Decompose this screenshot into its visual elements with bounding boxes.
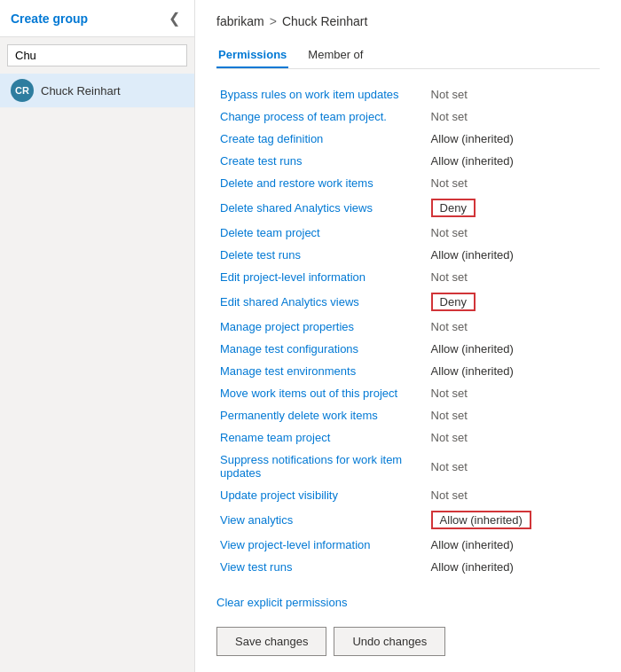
table-row: Suppress notifications for work item upd…: [216, 449, 600, 484]
deny-badge: Deny: [431, 199, 476, 217]
table-row: Manage test configurations Allow (inheri…: [216, 338, 600, 360]
permission-value: Not set: [428, 316, 600, 338]
perm-value-text: Not set: [431, 460, 468, 473]
perm-value-text: Not set: [431, 270, 468, 284]
table-row: Manage project properties Not set: [216, 316, 600, 338]
collapse-icon: ❮: [169, 11, 180, 26]
search-input[interactable]: [7, 44, 187, 66]
perm-value-text: Not set: [431, 88, 468, 101]
table-row: Change process of team project. Not set: [216, 105, 600, 128]
permission-value: Not set: [428, 83, 600, 105]
undo-changes-button[interactable]: Undo changes: [334, 627, 445, 656]
permissions-table: Bypass rules on work item updates Not se…: [216, 83, 600, 578]
permission-name[interactable]: Delete and restore work items: [216, 172, 428, 194]
permission-name[interactable]: View test runs: [216, 556, 428, 578]
perm-value-text: Not set: [431, 320, 468, 333]
perm-value-text: Not set: [431, 110, 468, 123]
user-name-label: Chuck Reinhart: [41, 84, 121, 98]
main-content: fabrikam > Chuck Reinhart PermissionsMem…: [195, 0, 621, 672]
permission-name[interactable]: Move work items out of this project: [216, 382, 428, 404]
breadcrumb-user: Chuck Reinhart: [282, 14, 368, 28]
sidebar-search-area: [0, 37, 194, 74]
sidebar-header: Create group ❮: [0, 0, 194, 37]
perm-value-text: Not set: [431, 488, 468, 502]
permission-name[interactable]: Update project visibility: [216, 484, 428, 506]
perm-value-text: Not set: [431, 409, 468, 422]
clear-permissions-link[interactable]: Clear explicit permissions: [216, 596, 347, 609]
permission-value: Not set: [428, 426, 600, 449]
tabs-bar: PermissionsMember of: [216, 43, 600, 69]
tab-member-of[interactable]: Member of: [306, 43, 365, 68]
perm-value-text: Not set: [431, 226, 468, 239]
table-row: Manage test environments Allow (inherite…: [216, 360, 600, 382]
permission-name[interactable]: Bypass rules on work item updates: [216, 83, 428, 105]
sidebar: Create group ❮ CR Chuck Reinhart: [0, 0, 195, 672]
sidebar-collapse-button[interactable]: ❮: [165, 8, 184, 28]
permission-value: Not set: [428, 172, 600, 194]
create-group-title: Create group: [11, 12, 88, 26]
permission-value: Allow (inherited): [428, 360, 600, 382]
perm-value-text: Allow (inherited): [431, 364, 514, 378]
permission-name[interactable]: View project-level information: [216, 534, 428, 556]
table-row: Bypass rules on work item updates Not se…: [216, 83, 600, 105]
perm-value-text: Not set: [431, 387, 468, 400]
permission-name[interactable]: Manage test environments: [216, 360, 428, 382]
permission-name[interactable]: View analytics: [216, 506, 428, 534]
user-list: CR Chuck Reinhart: [0, 74, 194, 672]
tab-permissions[interactable]: Permissions: [216, 43, 288, 68]
permission-value: Not set: [428, 449, 600, 484]
user-list-item[interactable]: CR Chuck Reinhart: [0, 74, 194, 108]
table-row: Permanently delete work items Not set: [216, 404, 600, 426]
permission-name[interactable]: Delete team project: [216, 222, 428, 244]
permission-name[interactable]: Edit shared Analytics views: [216, 288, 428, 316]
permission-value: Not set: [428, 266, 600, 288]
table-row: Rename team project Not set: [216, 426, 600, 449]
deny-badge: Deny: [431, 293, 476, 311]
table-row: Move work items out of this project Not …: [216, 382, 600, 404]
permission-name[interactable]: Rename team project: [216, 426, 428, 449]
permission-value: Not set: [428, 382, 600, 404]
table-row: Update project visibility Not set: [216, 484, 600, 506]
permission-value: Allow (inherited): [428, 556, 600, 578]
action-buttons: Save changes Undo changes: [216, 627, 600, 656]
permission-name[interactable]: Change process of team project.: [216, 105, 428, 128]
permission-name[interactable]: Suppress notifications for work item upd…: [216, 449, 428, 484]
permission-name[interactable]: Permanently delete work items: [216, 404, 428, 426]
perm-value-text: Allow (inherited): [431, 248, 514, 262]
permission-value: Not set: [428, 105, 600, 128]
permission-value: Allow (inherited): [428, 506, 600, 534]
breadcrumb-separator: >: [270, 14, 277, 28]
table-row: Create test runs Allow (inherited): [216, 150, 600, 172]
permission-name[interactable]: Delete shared Analytics views: [216, 194, 428, 222]
permission-value: Allow (inherited): [428, 534, 600, 556]
permission-name[interactable]: Edit project-level information: [216, 266, 428, 288]
permission-value: Not set: [428, 404, 600, 426]
table-row: Delete and restore work items Not set: [216, 172, 600, 194]
table-row: Edit project-level information Not set: [216, 266, 600, 288]
permission-value: Deny: [428, 194, 600, 222]
table-row: Delete team project Not set: [216, 222, 600, 244]
permission-value: Allow (inherited): [428, 150, 600, 172]
permission-name[interactable]: Create tag definition: [216, 128, 428, 150]
permission-value: Allow (inherited): [428, 244, 600, 266]
perm-value-text: Allow (inherited): [431, 560, 514, 574]
permission-name[interactable]: Manage project properties: [216, 316, 428, 338]
table-row: Delete test runs Allow (inherited): [216, 244, 600, 266]
table-row: Create tag definition Allow (inherited): [216, 128, 600, 150]
perm-value-text: Allow (inherited): [431, 154, 514, 168]
permission-value: Allow (inherited): [428, 128, 600, 150]
perm-value-text: Allow (inherited): [431, 538, 514, 551]
allow-inherited-badge: Allow (inherited): [431, 511, 531, 529]
perm-value-text: Not set: [431, 176, 468, 190]
permission-value: Deny: [428, 288, 600, 316]
save-changes-button[interactable]: Save changes: [216, 627, 326, 656]
table-row: Delete shared Analytics views Deny: [216, 194, 600, 222]
permission-name[interactable]: Create test runs: [216, 150, 428, 172]
perm-value-text: Not set: [431, 431, 468, 444]
permission-name[interactable]: Delete test runs: [216, 244, 428, 266]
perm-value-text: Allow (inherited): [431, 132, 514, 145]
permission-value: Not set: [428, 484, 600, 506]
permission-name[interactable]: Manage test configurations: [216, 338, 428, 360]
permission-value: Not set: [428, 222, 600, 244]
table-row: View project-level information Allow (in…: [216, 534, 600, 556]
